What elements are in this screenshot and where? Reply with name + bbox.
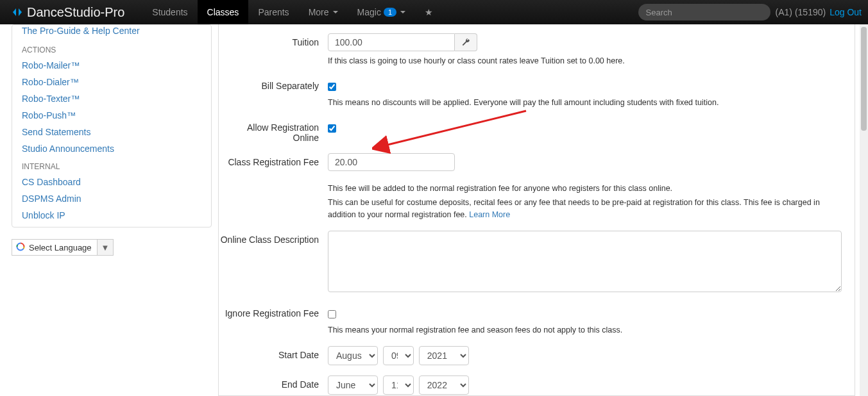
field-ignore-registration-fee: Ignore Registration Fee This means your … <box>219 304 855 336</box>
sidebar-link-robo-texter[interactable]: Robo-Texter™ <box>12 90 211 107</box>
allow-online-label: Allow Registration Online <box>219 119 328 143</box>
allow-online-checkbox[interactable] <box>328 124 336 133</box>
sidebar-link-unblock-ip[interactable]: Unblock IP <box>12 207 211 227</box>
ignore-fee-checkbox[interactable] <box>328 310 336 318</box>
tuition-input[interactable] <box>328 33 455 51</box>
online-description-label: Online Class Description <box>219 231 328 245</box>
end-year-select[interactable]: 2022 <box>419 375 469 395</box>
user-info: (A1) (15190) <box>776 7 826 17</box>
field-tuition: Tuition If this class is going to use ho… <box>219 33 855 67</box>
sidebar-link-send-statements[interactable]: Send Statements <box>12 124 211 140</box>
start-year-select[interactable]: 2021 <box>419 346 469 365</box>
sidebar-heading-internal: INTERNAL <box>12 157 211 174</box>
nav-students[interactable]: Students <box>142 0 197 24</box>
class-form-panel: Tuition If this class is going to use ho… <box>218 24 855 396</box>
sidebar: The Pro-Guide & Help Center ACTIONS Robo… <box>0 24 218 396</box>
scrollbar-thumb[interactable] <box>861 27 867 131</box>
bill-separately-label: Bill Separately <box>219 77 328 91</box>
sidebar-panel: The Pro-Guide & Help Center ACTIONS Robo… <box>12 24 212 227</box>
language-selector[interactable]: Select Language ▼ <box>12 239 114 256</box>
caret-down-icon <box>333 11 338 13</box>
caret-down-icon <box>400 11 405 13</box>
language-selector-label: Select Language <box>26 243 97 252</box>
start-month-select[interactable]: August <box>328 346 378 365</box>
sidebar-heading-actions: ACTIONS <box>12 40 211 57</box>
sidebar-link-help-center[interactable]: The Pro-Guide & Help Center <box>12 25 211 40</box>
sidebar-link-robo-mailer[interactable]: Robo-Mailer™ <box>12 57 211 74</box>
field-bill-separately: Bill Separately This means no discounts … <box>219 77 855 108</box>
ignore-fee-label: Ignore Registration Fee <box>219 304 328 318</box>
end-month-select[interactable]: June <box>328 375 378 395</box>
online-description-textarea[interactable] <box>328 231 842 292</box>
sidebar-link-cs-dashboard[interactable]: CS Dashboard <box>12 174 211 190</box>
tuition-help: If this class is going to use hourly or … <box>328 55 842 67</box>
end-day-select[interactable]: 11 <box>383 375 414 395</box>
nav-classes[interactable]: Classes <box>198 0 249 24</box>
registration-fee-input[interactable] <box>328 153 455 171</box>
magic-badge: 1 <box>384 8 396 17</box>
start-day-select[interactable]: 09 <box>383 346 414 365</box>
field-online-class-description: Online Class Description <box>219 231 855 294</box>
main-content: Tuition If this class is going to use ho… <box>218 24 868 396</box>
wrench-icon <box>461 38 470 47</box>
brand-logo[interactable]: DanceStudio-Pro <box>12 5 124 20</box>
learn-more-link[interactable]: Learn More <box>469 210 510 219</box>
field-end-date: End Date June 11 2022 <box>219 375 855 395</box>
search-input[interactable] <box>638 4 770 21</box>
logout-link[interactable]: Log Out <box>830 7 862 17</box>
sidebar-link-robo-push[interactable]: Robo-Push™ <box>12 107 211 124</box>
brand-text: DanceStudio-Pro <box>27 5 124 20</box>
registration-fee-help-2: This can be useful for costume deposits,… <box>328 197 842 220</box>
nav-magic[interactable]: Magic 1 <box>348 0 415 24</box>
top-navbar: DanceStudio-Pro Students Classes Parents… <box>0 0 868 24</box>
registration-fee-label: Class Registration Fee <box>219 153 328 167</box>
brand-icon <box>12 6 23 18</box>
start-date-label: Start Date <box>219 346 328 360</box>
bill-separately-help: This means no discounts will be applied.… <box>328 97 842 108</box>
nav-more[interactable]: More <box>299 0 348 24</box>
field-allow-registration-online: Allow Registration Online <box>219 119 855 143</box>
tuition-settings-button[interactable] <box>455 33 477 51</box>
bill-separately-checkbox[interactable] <box>328 83 336 91</box>
field-start-date: Start Date August 09 2021 <box>219 346 855 365</box>
tuition-label: Tuition <box>219 33 328 47</box>
google-translate-icon <box>15 242 26 253</box>
sidebar-link-studio-announcements[interactable]: Studio Announcements <box>12 140 211 157</box>
ignore-fee-help: This means your normal registration fee … <box>328 324 842 336</box>
sidebar-link-dspms-admin[interactable]: DSPMS Admin <box>12 190 211 207</box>
registration-fee-help-1: This fee will be added to the normal reg… <box>328 183 842 194</box>
nav-favorite-icon[interactable]: ★ <box>415 1 443 24</box>
nav-parents[interactable]: Parents <box>248 0 298 24</box>
end-date-label: End Date <box>219 375 328 390</box>
sidebar-link-robo-dialer[interactable]: Robo-Dialer™ <box>12 74 211 90</box>
field-class-registration-fee: Class Registration Fee This fee will be … <box>219 153 855 220</box>
language-caret-icon: ▼ <box>97 240 114 255</box>
